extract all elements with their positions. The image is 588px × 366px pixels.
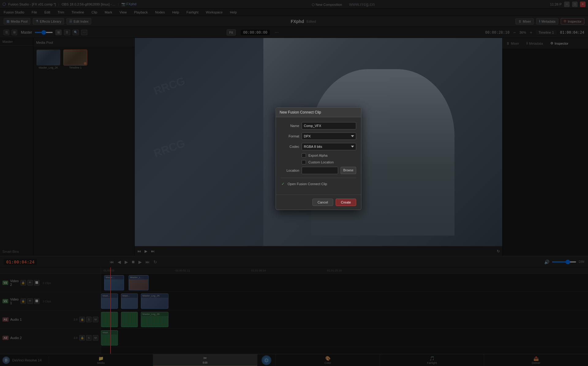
dialog-codec-label: Codec: [281, 145, 299, 148]
dialog-footer: Cancel Create: [276, 195, 361, 210]
dialog-format-select[interactable]: DPX EXR TIFF PNG: [302, 133, 356, 140]
dialog-open-fusion-label: Open Fusion Connect Clip: [288, 182, 327, 186]
dialog-browse-btn[interactable]: Browse: [341, 167, 356, 174]
dialog-overlay: New Fusion Connect Clip Name Format DPX …: [0, 0, 588, 366]
dialog-open-fusion-checkmark: ✓: [281, 182, 285, 186]
dialog-body: Name Format DPX EXR TIFF PNG Codec RGBA …: [276, 117, 361, 195]
dialog-export-alpha-label: Export Alpha: [308, 154, 327, 157]
dialog-new-fusion-connect-clip: New Fusion Connect Clip Name Format DPX …: [276, 107, 361, 210]
dialog-location-field: [302, 167, 338, 174]
dialog-custom-location-label: Custom Location: [308, 160, 334, 164]
dialog-location-label: Location: [281, 169, 299, 172]
dialog-codec-select[interactable]: RGBA 8 bits RGBA 16 bits RGBA 32 bits: [302, 143, 356, 150]
dialog-title-bar: New Fusion Connect Clip: [276, 108, 361, 117]
dialog-custom-location-checkbox[interactable]: [302, 160, 306, 164]
dialog-export-alpha-checkbox[interactable]: [302, 153, 306, 158]
dialog-title: New Fusion Connect Clip: [280, 110, 321, 114]
dialog-name-label: Name: [281, 124, 299, 128]
dialog-create-btn[interactable]: Create: [336, 199, 356, 206]
dialog-separator: [281, 178, 356, 178]
dialog-name-input[interactable]: [302, 122, 356, 129]
dialog-open-fusion-row: ✓ Open Fusion Connect Clip: [281, 182, 356, 186]
dialog-location-row: Location Browse: [281, 167, 356, 174]
dialog-name-row: Name: [281, 122, 356, 129]
dialog-export-alpha-row: Export Alpha: [302, 153, 356, 158]
dialog-format-label: Format: [281, 134, 299, 138]
dialog-codec-row: Codec RGBA 8 bits RGBA 16 bits RGBA 32 b…: [281, 143, 356, 150]
dialog-custom-location-row: Custom Location: [302, 160, 356, 164]
dialog-cancel-btn[interactable]: Cancel: [312, 199, 333, 206]
dialog-format-row: Format DPX EXR TIFF PNG: [281, 133, 356, 140]
